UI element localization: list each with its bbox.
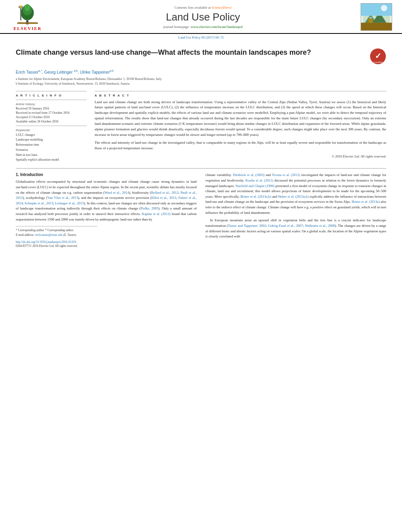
body-right-text: climate variability. Dirnböck et al. (20…: [205, 172, 386, 239]
body-left-text: Globalization effects accompanied by str…: [16, 179, 197, 222]
keywords-label: Keywords:: [16, 128, 87, 132]
article-info-column: A R T I C L E I N F O Article history: R…: [16, 91, 87, 163]
article-title: Climate change versus land-use change—Wh…: [16, 48, 370, 57]
ref-tasser-2002[interactable]: Tasser and Tappeiner, 2002: [228, 224, 266, 228]
ref-kaplan-2012[interactable]: Kaplan et al. (2012): [142, 212, 171, 216]
keyword-4: Scenarios: [16, 148, 87, 153]
journal-cover-icon: Land Use Policy: [361, 3, 392, 31]
main-content: Climate change versus land-use change—Wh…: [0, 41, 402, 252]
journal-logo-image: Land Use Policy: [361, 3, 392, 31]
section-divider: [16, 168, 386, 169]
authors-line: Erich Tassera,*, Georg Leitinger a,b, Ul…: [16, 69, 386, 74]
abstract-title: A B S T R A C T: [95, 94, 386, 97]
svg-point-6: [20, 5, 22, 7]
svg-rect-17: [361, 4, 392, 16]
elsevier-brand-text: ELSEVIER: [13, 26, 42, 31]
keyword-1: LULC changes: [16, 133, 87, 138]
journal-homepage-line: journal homepage: www.elsevier.com/locat…: [47, 25, 359, 29]
journal-title: Land Use Policy: [47, 11, 359, 23]
copyright-line: © 2016 Elsevier Ltd. All rights reserved…: [95, 154, 386, 158]
history-label: Article history:: [16, 102, 87, 106]
body-paragraph-3: In European mountain areas an upward shi…: [205, 218, 386, 239]
body-section: 1. Introduction Globalization effects ac…: [16, 172, 386, 248]
keyword-3: Reforestation time: [16, 143, 87, 148]
doi-line: Land Use Policy 60 (2017) 60–72: [0, 34, 402, 41]
info-divider-2: [16, 126, 87, 126]
section1-heading: 1. Introduction: [16, 172, 197, 177]
footnote-issn-line: 0264-8377/© 2016 Elsevier Ltd. All right…: [16, 244, 97, 248]
body-paragraph-1: Globalization effects accompanied by str…: [16, 179, 197, 222]
body-left-column: 1. Introduction Globalization effects ac…: [16, 172, 197, 248]
keywords-list: LULC changes Landscape modelling Refores…: [16, 133, 87, 163]
svg-point-3: [24, 4, 30, 11]
info-divider: [16, 100, 87, 100]
ref-tovara-2012[interactable]: Tovara et al. (2012): [272, 173, 300, 177]
footnote-corresponding: * Corresponding author. * Corresponding …: [16, 228, 97, 232]
abstract-box: A B S T R A C T Land use and climate cha…: [95, 91, 386, 158]
body-right-column: climate variability. Dirnböck et al. (20…: [205, 172, 386, 248]
elsevier-logo: ELSEVIER: [8, 4, 47, 31]
ref-ward-2014[interactable]: Ward et al., 2014: [104, 191, 129, 195]
received-date: Received 19 January 2016: [16, 107, 87, 110]
journal-logo-box: Land Use Policy: [359, 3, 394, 31]
svg-point-18: [381, 5, 387, 11]
ref-bellard-2012[interactable]: Bellard et al., 2012: [151, 191, 178, 195]
keyword-6: Spatially explicit allocation model: [16, 158, 87, 163]
received-revised-date: Received in revised form 17 October 2016: [16, 111, 87, 115]
accepted-date: Accepted 21 October 2016: [16, 115, 87, 119]
affiliations: a Institute for Alpine Environment, Euro…: [16, 77, 386, 86]
abstract-column: A B S T R A C T Land use and climate cha…: [95, 91, 386, 163]
svg-rect-16: [369, 17, 372, 19]
ref-vanvliet-2013[interactable]: Van Vliet et al., 2013: [47, 196, 78, 200]
svg-rect-7: [17, 22, 38, 24]
affiliation-a: a Institute for Alpine Environment, Euro…: [16, 77, 386, 82]
contents-available-text: Contents lists available at ScienceDirec…: [47, 6, 359, 9]
available-online-date: Available online 26 October 2016: [16, 120, 87, 123]
homepage-link[interactable]: www.elsevier.com/locate/landusepol: [191, 25, 243, 29]
svg-rect-14: [361, 23, 392, 31]
abstract-text: Land use and climate change are both str…: [95, 100, 386, 151]
ref-kouba-2012[interactable]: Kouba et al. (2012): [246, 178, 274, 182]
abstract-paragraph-2: The effects and intensity of land-use ch…: [95, 140, 386, 151]
footnote-email-link[interactable]: erich.tasser@eurac.edu: [35, 233, 63, 237]
svg-text:CrossMark: CrossMark: [373, 61, 383, 63]
journal-center-header: Contents lists available at ScienceDirec…: [47, 6, 359, 29]
crossmark-icon: ✓ CrossMark: [370, 48, 386, 65]
page: ELSEVIER Contents lists available at Sci…: [0, 0, 402, 532]
svg-rect-4: [20, 7, 21, 20]
footnote-area: * Corresponding author. * Corresponding …: [16, 226, 97, 248]
footnote-email-line: E-mail address: erich.tasser@eurac.edu (…: [16, 233, 97, 237]
journal-header: ELSEVIER Contents lists available at Sci…: [0, 0, 402, 34]
ref-gehrig-2007[interactable]: Gehrig-Fasel et al., 2007: [268, 224, 303, 228]
svg-text:✓: ✓: [375, 52, 382, 60]
ref-briner-2013a[interactable]: Briner et al. (2013a): [352, 200, 380, 204]
article-info-title: A R T I C L E I N F O: [16, 94, 87, 97]
affiliation-b: b Institute of Ecology, University of In…: [16, 82, 386, 86]
ref-wallentin-2008[interactable]: Wallentin et al., 2008: [305, 224, 335, 228]
sciencedirect-link[interactable]: ScienceDirect: [212, 6, 231, 9]
abstract-paragraph-1: Land use and climate change are both str…: [95, 100, 386, 138]
ref-pielke-2005[interactable]: Pielke, 2005: [141, 206, 158, 210]
elsevier-tree-icon: [16, 4, 39, 25]
ref-huber-2013ab[interactable]: Huber et al. (2013a,b): [278, 195, 309, 198]
ref-briner-2013ab[interactable]: Briner et al. (2013a,b): [240, 195, 271, 198]
title-section: Climate change versus land-use change—Wh…: [16, 48, 386, 65]
footnote-doi-line: http://dx.doi.org/10.1016/j.landusepol.2…: [16, 239, 97, 244]
ref-dirnbock-2003[interactable]: Dirnböck et al. (2003): [233, 173, 265, 177]
svg-rect-15: [369, 18, 373, 23]
keyword-5: Shift in tree lines: [16, 153, 87, 158]
ref-elkin-2013[interactable]: Elkin et al., 2013: [151, 196, 176, 200]
article-info-box: A R T I C L E I N F O Article history: R…: [16, 91, 87, 163]
ref-leitinger-2015[interactable]: Leitinger et al., 2015: [55, 201, 84, 205]
ref-schirpke-2013[interactable]: Schirpke et al., 2013: [24, 201, 53, 205]
keyword-2: Landscape modelling: [16, 137, 87, 143]
body-paragraph-2: climate variability. Dirnböck et al. (20…: [205, 172, 386, 215]
doi-link[interactable]: http://dx.doi.org/10.1016/j.landusepol.2…: [16, 240, 76, 244]
ref-starfield-1996[interactable]: Starfield and Chapin (1996): [236, 184, 275, 188]
article-info-abstract-section: A R T I C L E I N F O Article history: R…: [16, 91, 386, 163]
crossmark-logo: ✓ CrossMark: [370, 48, 386, 65]
